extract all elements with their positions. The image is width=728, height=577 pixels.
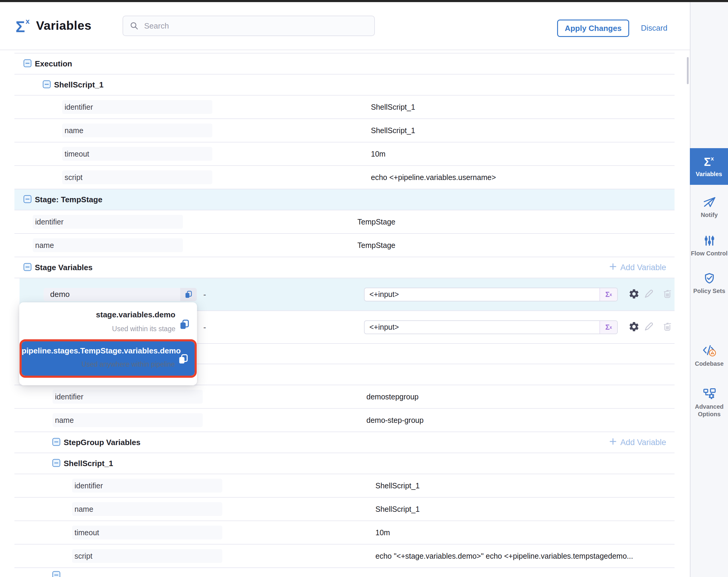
field-row-name: nameShellScript_1	[15, 119, 675, 143]
field-value: demostepgroup	[366, 393, 419, 401]
variable-value-input[interactable]: <+input>Σx	[364, 320, 618, 334]
variables-panel: Σx Variables Apply Changes Discard Σx Va…	[0, 0, 728, 577]
collapse-minus-icon[interactable]	[52, 459, 60, 468]
add-variable-button[interactable]: Add Variable	[609, 437, 666, 448]
section-label: ShellScript_1	[64, 459, 113, 468]
field-row-script: scriptecho "<+stage.variables.demo>" ech…	[15, 545, 675, 568]
section-row-shellscript-1: ShellScript_1	[15, 75, 675, 96]
apply-changes-button[interactable]: Apply Changes	[557, 20, 629, 37]
expression-option-pipeline-scope-highlighted[interactable]: pipeline.stages.TempStage.variables.demo…	[22, 342, 194, 376]
header: Σx Variables Apply Changes Discard	[0, 2, 690, 50]
field-label-pill: script	[72, 549, 222, 563]
sidebar-item-variables[interactable]: Σx Variables	[690, 148, 728, 185]
expression-scope-text: Used within its stage	[19, 325, 197, 333]
sliders-icon	[703, 234, 716, 247]
sidebar-item-label: Variables	[696, 170, 722, 178]
field-label-pill: identifier	[53, 390, 203, 404]
sidebar-item-label: Flow Control	[691, 250, 727, 257]
field-row-identifier: identifierShellScript_1	[15, 96, 675, 119]
section-row-stage-variables: Stage VariablesAdd Variable	[15, 257, 675, 278]
field-value: ShellScript_1	[371, 126, 415, 135]
expression-sigma-badge[interactable]: Σx	[599, 321, 617, 333]
sidebar-item-label: Codebase	[695, 360, 724, 368]
sidebar-item-codebase[interactable]: Codebase	[691, 344, 728, 368]
section-row-shellscript-1: ShellScript_1	[15, 453, 675, 474]
scrollbar-thumb[interactable]	[687, 57, 688, 84]
field-row-timeout: timeout10m	[15, 521, 675, 545]
expression-sigma-badge[interactable]: Σx	[599, 288, 617, 301]
section-row-stepgroup-variables: StepGroup VariablesAdd Variable	[15, 432, 675, 453]
plus-icon	[609, 262, 617, 273]
variable-value-input[interactable]: <+input>Σx	[364, 287, 618, 301]
shield-check-icon	[703, 272, 716, 285]
pipeline-gear-icon	[702, 387, 716, 401]
field-value: 10m	[375, 528, 390, 537]
field-value: ShellScript_1	[375, 505, 420, 513]
delete-trash-icon[interactable]	[662, 289, 672, 300]
field-row-name: namedemo-step-group	[15, 409, 675, 432]
expression-option-stage-scope[interactable]: stage.variables.demo Used within its sta…	[19, 310, 197, 333]
add-variable-button[interactable]: Add Variable	[609, 262, 666, 273]
field-row-identifier: identifierdemostepgroup	[15, 385, 675, 409]
section-label: Stage Variables	[35, 263, 93, 272]
sidebar-item-policy-sets[interactable]: Policy Sets	[691, 272, 728, 295]
edit-pencil-icon[interactable]	[643, 321, 654, 333]
field-row-name: nameTempStage	[15, 234, 675, 257]
copy-icon[interactable]	[180, 288, 197, 301]
top-dark-strip	[0, 0, 728, 2]
field-label-pill: name	[33, 238, 183, 252]
field-row-identifier: identifierTempStage	[15, 210, 675, 234]
field-label-pill: script	[62, 170, 212, 184]
sidebar-item-flow-control[interactable]: Flow Control	[691, 234, 728, 257]
delete-trash-icon[interactable]	[662, 322, 672, 333]
sigma-icon: Σx	[704, 155, 714, 168]
field-label-pill: name	[53, 413, 203, 427]
variable-name-pill[interactable]: demo	[44, 288, 197, 301]
plus-icon	[609, 437, 617, 448]
field-label-pill: name	[62, 124, 212, 137]
variable-required-dash: -	[203, 323, 206, 332]
field-row-script: scriptecho <+pipeline.variables.username…	[15, 166, 675, 189]
variable-required-dash: -	[203, 290, 206, 299]
field-label-pill: identifier	[33, 215, 183, 229]
field-row-identifier: identifierShellScript_1	[15, 474, 675, 498]
copy-icon[interactable]	[178, 353, 189, 366]
field-value: demo-step-group	[366, 416, 423, 425]
field-value: ShellScript_1	[375, 481, 420, 490]
collapse-minus-icon[interactable]	[52, 438, 60, 447]
section-label: Execution	[35, 59, 72, 69]
field-value: 10m	[371, 150, 386, 158]
settings-gear-icon[interactable]	[628, 321, 640, 333]
sidebar-item-notify[interactable]: Notify	[691, 195, 728, 219]
collapse-minus-icon[interactable]	[52, 571, 60, 577]
field-label-pill: name	[72, 502, 222, 516]
settings-gear-icon[interactable]	[628, 288, 640, 301]
code-warning-icon	[702, 344, 717, 358]
search-box[interactable]	[123, 16, 375, 36]
sidebar-item-label: Policy Sets	[693, 287, 725, 295]
discard-button[interactable]: Discard	[641, 23, 667, 33]
sidebar-item-label: Notify	[701, 211, 718, 219]
field-value: echo "<+stage.variables.demo>" echo <+pi…	[375, 552, 633, 560]
collapse-minus-icon[interactable]	[23, 263, 31, 272]
search-input[interactable]	[144, 21, 355, 31]
collapse-minus-icon[interactable]	[43, 80, 51, 90]
right-sidebar: Σx Variables Notify Flow Control Policy …	[690, 2, 728, 577]
field-row-timeout: timeout10m	[15, 143, 675, 166]
section-label: Stage: TempStage	[35, 195, 102, 204]
field-value: TempStage	[357, 218, 395, 226]
sigma-icon: Σx	[16, 17, 30, 34]
section-label: ShellScript_1	[54, 80, 104, 90]
page-title: Variables	[36, 19, 92, 33]
sidebar-item-advanced-options[interactable]: Advanced Options	[691, 387, 728, 418]
field-label-pill: identifier	[62, 100, 212, 114]
paper-plane-icon	[702, 195, 716, 209]
field-label-pill: timeout	[72, 526, 222, 540]
expression-copy-popover: stage.variables.demo Used within its sta…	[19, 302, 197, 385]
collapse-minus-icon[interactable]	[23, 59, 31, 69]
field-value: echo <+pipeline.variables.username>	[371, 173, 496, 182]
copy-icon[interactable]	[179, 319, 190, 331]
section-row-execution: Execution	[15, 53, 675, 75]
edit-pencil-icon[interactable]	[643, 288, 654, 301]
collapse-minus-icon[interactable]	[23, 195, 31, 204]
